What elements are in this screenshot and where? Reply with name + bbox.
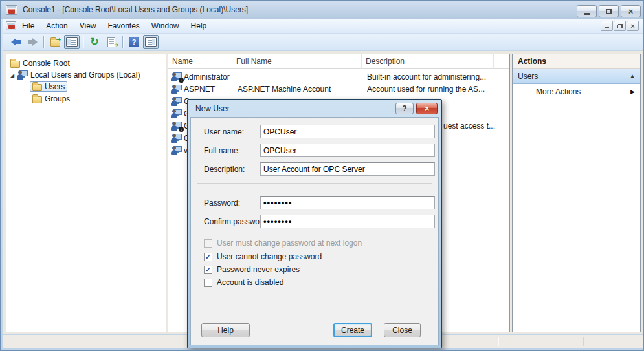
tree-item-users[interactable]: Users bbox=[30, 81, 67, 92]
child-minimize-button[interactable] bbox=[601, 21, 613, 31]
new-user-dialog: New User ? × User name: Full name: Descr… bbox=[187, 99, 442, 348]
separator bbox=[197, 183, 432, 184]
toolbar-separator bbox=[83, 36, 83, 48]
child-restore-button[interactable] bbox=[614, 21, 626, 31]
column-header-full-name[interactable]: Full Name bbox=[232, 54, 362, 69]
folder-icon bbox=[10, 61, 20, 68]
expanded-chevron-icon[interactable]: ◢ bbox=[10, 72, 17, 78]
description-input[interactable] bbox=[260, 162, 435, 176]
user-icon bbox=[171, 85, 182, 94]
actions-group-users[interactable]: Users ▲ bbox=[513, 69, 640, 84]
refresh-icon: ↻ bbox=[90, 37, 98, 47]
dialog-help-button[interactable]: ? bbox=[395, 103, 414, 114]
menu-window[interactable]: Window bbox=[146, 19, 185, 32]
up-one-level-icon bbox=[50, 39, 60, 47]
child-close-button[interactable]: × bbox=[627, 21, 639, 31]
actions-pane-title: Actions bbox=[513, 54, 640, 69]
question-icon: ? bbox=[402, 104, 406, 113]
menu-file[interactable]: File bbox=[16, 19, 40, 32]
checkbox-checked-icon[interactable]: ✓ bbox=[204, 266, 212, 274]
selected-tree-item: Users bbox=[30, 81, 67, 92]
help-button[interactable]: Help bbox=[201, 323, 250, 337]
menu-view[interactable]: View bbox=[74, 19, 102, 32]
back-button[interactable] bbox=[8, 35, 23, 49]
list-row-aspnet[interactable]: ASPNET ASP.NET Machine Account Account u… bbox=[168, 83, 509, 96]
local-users-groups-icon bbox=[17, 70, 28, 80]
password-label: Password: bbox=[204, 197, 240, 209]
confirm-password-input[interactable] bbox=[260, 215, 435, 228]
column-header-name[interactable]: Name bbox=[168, 54, 232, 69]
show-console-tree-icon bbox=[66, 37, 78, 47]
checkbox-cannot-change-password[interactable]: ✓ User cannot change password bbox=[204, 251, 322, 262]
description-label: Description: bbox=[204, 163, 245, 176]
close-button[interactable]: Close bbox=[384, 323, 421, 337]
show-action-pane-button[interactable] bbox=[143, 35, 159, 49]
user-disabled-icon: ↓ bbox=[171, 72, 182, 81]
checkbox-must-change-password: User must change password at next logon bbox=[204, 238, 362, 248]
show-action-pane-icon bbox=[145, 37, 157, 47]
actions-pane: Actions Users ▲ More Actions ▶ bbox=[512, 54, 641, 332]
child-window-icon bbox=[6, 21, 16, 30]
dialog-titlebar: New User ? × bbox=[188, 100, 441, 117]
statusbar-separator bbox=[583, 337, 584, 346]
create-button[interactable]: Create bbox=[333, 323, 372, 337]
show-console-tree-button[interactable] bbox=[64, 35, 80, 49]
user-icon bbox=[171, 134, 182, 143]
folder-icon bbox=[32, 96, 42, 103]
user-name-input[interactable] bbox=[260, 125, 435, 138]
help-button[interactable]: ? bbox=[126, 35, 142, 49]
list-row-administrator[interactable]: ↓ Administrator Built-in account for adm… bbox=[168, 71, 509, 83]
menu-action[interactable]: Action bbox=[40, 19, 73, 32]
export-list-button[interactable] bbox=[104, 35, 119, 49]
export-list-icon bbox=[107, 37, 115, 47]
folder-icon bbox=[32, 84, 42, 91]
user-disabled-icon: ↓ bbox=[171, 122, 182, 131]
full-name-label: Full name: bbox=[204, 144, 240, 157]
statusbar-separator bbox=[498, 337, 498, 346]
user-icon bbox=[171, 109, 182, 118]
toolbar: ↻ ? bbox=[3, 34, 643, 51]
checkbox-icon[interactable] bbox=[204, 279, 212, 287]
column-header-description[interactable]: Description bbox=[362, 54, 494, 69]
toolbar-separator bbox=[43, 36, 44, 48]
console-tree-pane: Console Root ◢ Local Users and Groups (L… bbox=[6, 54, 166, 332]
user-icon bbox=[171, 146, 182, 155]
window-titlebar: Console1 - [Console Root\Local Users and… bbox=[1, 1, 644, 19]
menubar: File Action View Favorites Window Help × bbox=[3, 19, 643, 34]
forward-button[interactable] bbox=[25, 35, 40, 49]
confirm-password-label: Confirm password: bbox=[204, 215, 269, 228]
restore-button[interactable] bbox=[599, 5, 619, 17]
checkbox-account-disabled[interactable]: Account is disabled bbox=[204, 277, 283, 288]
minimize-button[interactable] bbox=[577, 5, 597, 17]
back-icon bbox=[11, 38, 21, 46]
checkbox-icon bbox=[204, 239, 212, 248]
mmc-console-window: Console1 - [Console Root\Local Users and… bbox=[0, 0, 644, 351]
menu-favorites[interactable]: Favorites bbox=[102, 19, 146, 32]
more-actions-item[interactable]: More Actions ▶ bbox=[513, 84, 640, 100]
tree-item-groups[interactable]: Groups bbox=[32, 93, 70, 105]
dialog-title: New User bbox=[195, 104, 395, 113]
full-name-input[interactable] bbox=[260, 144, 435, 157]
user-name-label: User name: bbox=[204, 125, 244, 138]
checkbox-password-never-expires[interactable]: ✓ Password never expires bbox=[204, 264, 300, 275]
mmc-console-icon bbox=[6, 5, 17, 15]
collapse-icon[interactable]: ▲ bbox=[630, 73, 635, 79]
up-one-level-button[interactable] bbox=[47, 35, 63, 49]
checkbox-checked-icon[interactable]: ✓ bbox=[204, 253, 212, 261]
close-button[interactable]: × bbox=[621, 5, 641, 17]
menu-help[interactable]: Help bbox=[185, 19, 213, 32]
help-icon: ? bbox=[129, 37, 139, 47]
forward-icon bbox=[28, 38, 38, 46]
password-input[interactable] bbox=[260, 196, 435, 209]
dialog-body: User name: Full name: Description: Passw… bbox=[190, 117, 439, 345]
refresh-button[interactable]: ↻ bbox=[87, 35, 102, 49]
flyout-arrow-icon: ▶ bbox=[630, 89, 635, 95]
tree-item-console-root[interactable]: Console Root bbox=[10, 58, 70, 69]
user-icon bbox=[171, 97, 182, 106]
toolbar-separator bbox=[122, 36, 123, 48]
tree-item-local-users-groups[interactable]: ◢ Local Users and Groups (Local) bbox=[10, 69, 140, 81]
close-icon: × bbox=[425, 104, 430, 112]
window-title: Console1 - [Console Root\Local Users and… bbox=[23, 5, 248, 14]
list-header: Name Full Name Description bbox=[168, 54, 509, 69]
dialog-close-button[interactable]: × bbox=[416, 103, 438, 114]
